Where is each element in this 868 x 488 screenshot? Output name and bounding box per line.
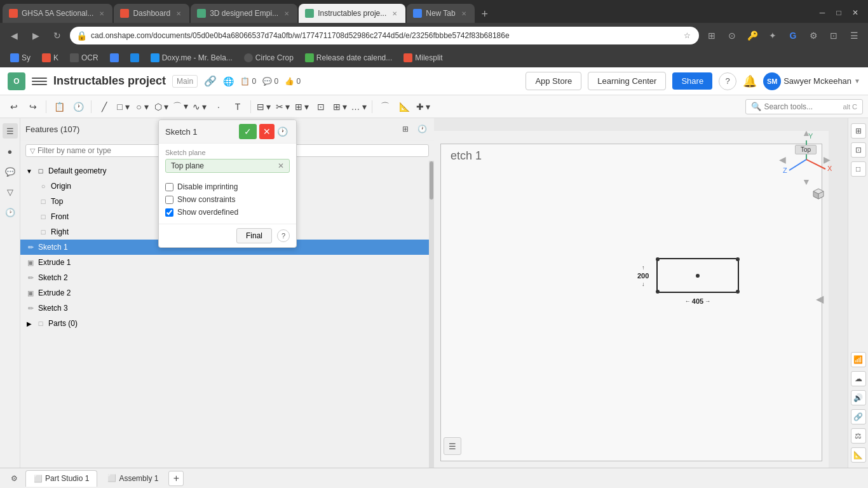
panel-expand-icon[interactable]: ◀ [816, 293, 824, 305]
redo-button[interactable]: ↪ [24, 98, 42, 116]
view-cube-3d-icon[interactable] [810, 185, 827, 205]
bookmark-doxy[interactable]: Doxy.me - Mr. Bela... [146, 52, 238, 64]
help-button[interactable]: ? [719, 72, 736, 90]
right-btn-cloud[interactable]: ☁ [851, 371, 866, 386]
bookmark-ocr[interactable]: OCR [65, 52, 104, 64]
history-panel-icon[interactable]: 🕑 [3, 205, 18, 220]
plane-clear-button[interactable]: ✕ [278, 161, 284, 170]
final-button[interactable]: Final [236, 228, 272, 243]
browser-ext-icon-1[interactable]: ⊞ [703, 27, 721, 44]
tab-dashboard[interactable]: Dashboard ✕ [114, 4, 189, 23]
bottom-settings-icon[interactable]: ⚙ [5, 470, 23, 487]
right-btn-scale[interactable]: ⚖ [851, 428, 866, 444]
point-tool[interactable]: · [210, 98, 227, 116]
rect-tool[interactable]: □ ▾ [114, 98, 132, 116]
tab-close-btn[interactable]: ✕ [459, 9, 468, 18]
tab-instructables[interactable]: Instructables proje... ✕ [299, 4, 405, 23]
hamburger-menu-button[interactable] [32, 74, 47, 89]
history-button[interactable]: 🕐 [69, 98, 87, 116]
show-overdefined-checkbox[interactable] [165, 208, 173, 217]
tree-item-sketch3[interactable]: ✏ Sketch 3 [20, 301, 429, 316]
share-button[interactable]: Share [672, 72, 712, 90]
tree-group-parts[interactable]: ▶ □ Parts (0) [20, 316, 429, 331]
document-icon[interactable]: 📋 0 [240, 77, 256, 86]
search-input[interactable] [764, 102, 840, 111]
bookmark-blue2[interactable] [125, 52, 144, 64]
right-btn-1[interactable]: ⊞ [851, 123, 866, 139]
notifications-icon[interactable]: 🔔 [743, 74, 757, 88]
add-feature-button[interactable]: ⊞ [398, 122, 412, 136]
text-tool[interactable]: T [229, 98, 247, 116]
line-tool[interactable]: ╱ [95, 98, 113, 116]
tab-close-btn[interactable]: ✕ [390, 9, 399, 18]
browser-ext-6[interactable]: ⊡ [825, 27, 843, 44]
bookmark-blue1[interactable] [105, 52, 124, 64]
transform-tool[interactable]: ⊞ ▾ [293, 98, 311, 116]
browser-ext-5[interactable]: ⚙ [804, 27, 822, 44]
feature-filter-button[interactable]: 🕐 [415, 122, 429, 136]
browser-ext-g[interactable]: G [784, 27, 802, 44]
tab-ghsa[interactable]: GHSA 5A Sectional... ✕ [3, 4, 112, 23]
tab-new[interactable]: New Tab ✕ [407, 4, 474, 23]
right-btn-link2[interactable]: 🔗 [851, 409, 866, 424]
show-constraints-checkbox[interactable] [165, 196, 173, 204]
right-btn-2[interactable]: ⊡ [851, 142, 866, 158]
right-btn-3[interactable]: □ [851, 161, 866, 177]
user-avatar[interactable]: SM Sawyer Mckeehan ▼ [763, 72, 860, 90]
browser-ext-icon-3[interactable]: 🔑 [743, 27, 761, 44]
polygon-tool[interactable]: ⬡ ▾ [153, 98, 170, 116]
globe-icon[interactable]: 🌐 [223, 76, 234, 86]
tab-close-btn[interactable]: ✕ [174, 9, 183, 18]
clipboard-button[interactable]: 📋 [50, 98, 68, 116]
bookmark-sy[interactable]: Sy [5, 52, 36, 64]
bookmark-circle-crop[interactable]: Cirlce Crop [239, 52, 299, 64]
forward-button[interactable]: ▶ [27, 27, 44, 44]
minimize-button[interactable]: ─ [815, 5, 830, 20]
tree-item-extrude2[interactable]: ▣ Extrude 2 [20, 285, 429, 301]
more-tools[interactable]: … ▾ [350, 98, 368, 116]
tree-item-sketch2[interactable]: ✏ Sketch 2 [20, 270, 429, 285]
tree-item-extrude1[interactable]: ▣ Extrude 1 [20, 255, 429, 270]
right-btn-sound[interactable]: 🔊 [851, 390, 866, 405]
thumb-icon[interactable]: 👍 0 [285, 77, 301, 86]
tab-assembly[interactable]: ⬜ Assembly 1 [100, 470, 166, 487]
address-bar[interactable]: 🔒 cad.onshape.com/documents/05d0e0b4a680… [70, 27, 699, 44]
tab-close-btn[interactable]: ✕ [97, 9, 106, 18]
undo-button[interactable]: ↩ [5, 98, 23, 116]
reload-button[interactable]: ↻ [48, 27, 66, 44]
tool-search[interactable]: 🔍 alt C [745, 99, 863, 114]
new-tab-button[interactable]: + [476, 5, 494, 23]
constraint-tool[interactable]: ✚ ▾ [414, 98, 432, 116]
maximize-button[interactable]: □ [831, 5, 846, 20]
fillet-tool[interactable]: ⌒ ▾ [172, 98, 189, 116]
sketch-confirm-button[interactable]: ✓ [239, 124, 257, 139]
disable-imprinting-checkbox[interactable] [165, 183, 173, 191]
tab-close-btn[interactable]: ✕ [282, 9, 291, 18]
circle-tool[interactable]: ○ ▾ [133, 98, 151, 116]
bookmark-k[interactable]: K [37, 52, 64, 64]
close-button[interactable]: ✕ [848, 5, 863, 20]
browser-ext-7[interactable]: ☰ [845, 27, 863, 44]
mirror-tool[interactable]: ⊡ [312, 98, 330, 116]
tab-part-studio[interactable]: ⬜ Part Studio 1 [25, 470, 97, 487]
comment-icon[interactable]: 💬 0 [262, 77, 278, 86]
sketch-clock-icon[interactable]: 🕐 [275, 124, 290, 139]
canvas-area[interactable]: etch 1 ↑ 200 ↓ [434, 118, 848, 468]
back-button[interactable]: ◀ [5, 27, 23, 44]
pattern-tool[interactable]: ⊞ ▾ [331, 98, 349, 116]
spline-tool[interactable]: ∿ ▾ [191, 98, 208, 116]
bookmark-release[interactable]: Release date calend... [300, 52, 397, 64]
parts-panel-icon[interactable]: ● [3, 144, 18, 159]
sketch-cancel-button[interactable]: ✕ [259, 124, 275, 139]
features-scrollbar[interactable] [429, 161, 434, 468]
bookmark-star-icon[interactable]: ☆ [681, 30, 693, 41]
learning-center-button[interactable]: Learning Center [588, 72, 666, 90]
comments-panel-icon[interactable]: 💬 [3, 164, 18, 179]
right-btn-wifi[interactable]: 📶 [851, 352, 866, 367]
link-icon[interactable]: 🔗 [204, 75, 217, 87]
trim-tool[interactable]: ✂ ▾ [274, 98, 292, 116]
arc-tool[interactable]: ⌒ [376, 98, 394, 116]
measure-tool[interactable]: 📐 [395, 98, 413, 116]
sketch-help-button[interactable]: ? [277, 229, 290, 242]
browser-ext-icon-2[interactable]: ⊙ [723, 27, 741, 44]
